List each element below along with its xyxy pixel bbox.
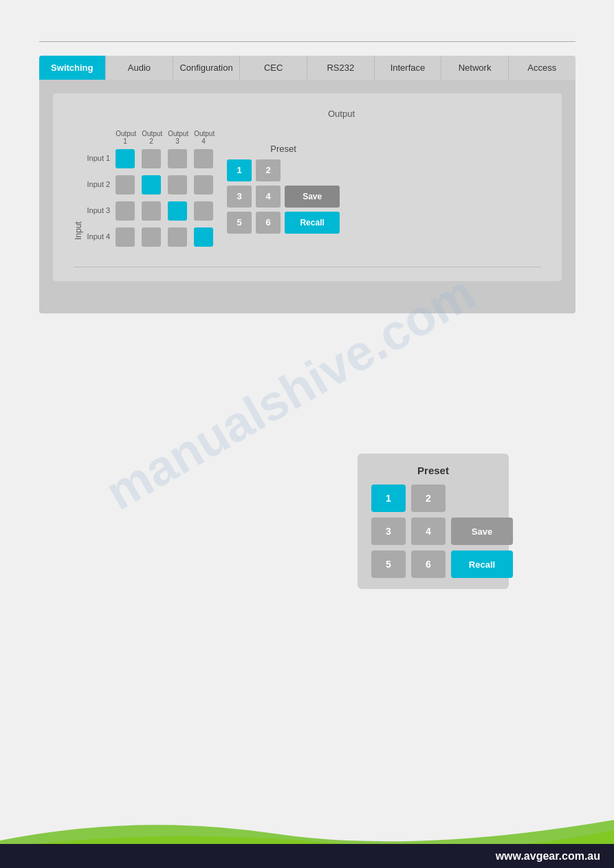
cell-2-1[interactable] xyxy=(116,175,135,194)
cell-3-3[interactable] xyxy=(168,201,187,221)
cell-2-2[interactable] xyxy=(142,175,161,194)
output-label: Output xyxy=(328,109,355,119)
matrix-row-1 xyxy=(116,149,213,168)
inner-panel: Output Input Input 1 Input 2 Input 3 Inp… xyxy=(53,93,562,281)
output-header-2: Output 2 xyxy=(142,130,161,145)
preset-section: Preset 1 2 3 4 Save 5 6 Recall xyxy=(227,144,340,234)
preset-save-button[interactable]: Save xyxy=(285,186,340,208)
output-header-4: Output 4 xyxy=(194,130,213,145)
output-headers: Output 1 Output 2 Output 3 Output 4 xyxy=(116,130,213,145)
cell-2-3[interactable] xyxy=(168,175,187,194)
cell-1-3[interactable] xyxy=(168,149,187,168)
tab-cec[interactable]: CEC xyxy=(240,56,307,80)
preset-btn-6[interactable]: 6 xyxy=(256,212,281,234)
matrix-outer: Input Input 1 Input 2 Input 3 Input 4 Ou… xyxy=(74,124,541,253)
input-row-label-3: Input 3 xyxy=(87,201,111,220)
cell-1-4[interactable] xyxy=(194,149,213,168)
output-section: Output 1 Output 2 Output 3 Output 4 xyxy=(116,130,213,247)
bottom-bar: www.avgear.com.au xyxy=(0,844,614,868)
preset-empty-r1 xyxy=(285,159,340,181)
tab-switching[interactable]: Switching xyxy=(39,56,107,80)
input-row-label-2: Input 2 xyxy=(87,175,111,194)
tab-access[interactable]: Access xyxy=(509,56,575,80)
sp-btn-6[interactable]: 6 xyxy=(411,550,446,578)
sp-btn-3[interactable]: 3 xyxy=(371,518,406,545)
input-labels: Input 1 Input 2 Input 3 Input 4 xyxy=(87,148,111,253)
sp-btn-4[interactable]: 4 xyxy=(411,518,446,545)
standalone-preset-title: Preset xyxy=(371,465,495,476)
sp-recall-button[interactable]: Recall xyxy=(451,550,513,578)
input-side-label: Input xyxy=(74,171,83,240)
cell-4-1[interactable] xyxy=(116,227,135,247)
preset-label: Preset xyxy=(227,144,340,154)
preset-grid: 1 2 3 4 Save 5 6 Recall xyxy=(227,159,340,234)
preset-recall-button[interactable]: Recall xyxy=(285,212,340,234)
cell-3-1[interactable] xyxy=(116,201,135,221)
cell-4-4[interactable] xyxy=(194,227,213,247)
main-content: Switching Audio Configuration CEC RS232 … xyxy=(39,56,575,313)
preset-btn-4[interactable]: 4 xyxy=(256,186,281,208)
preset-btn-1[interactable]: 1 xyxy=(227,159,252,181)
website-label: www.avgear.com.au xyxy=(496,850,600,863)
preset-btn-2[interactable]: 2 xyxy=(256,159,281,181)
cell-3-4[interactable] xyxy=(194,201,213,221)
cell-4-2[interactable] xyxy=(142,227,161,247)
cell-1-1[interactable] xyxy=(116,149,135,168)
matrix-row-2 xyxy=(116,175,213,194)
sp-btn-5[interactable]: 5 xyxy=(371,550,406,578)
bottom-decoration: www.avgear.com.au xyxy=(0,786,614,868)
standalone-preset-grid: 1 2 3 4 Save 5 6 Recall xyxy=(371,485,495,578)
preset-btn-5[interactable]: 5 xyxy=(227,212,252,234)
sp-btn-1[interactable]: 1 xyxy=(371,485,406,512)
sp-btn-2[interactable]: 2 xyxy=(411,485,446,512)
tab-rs232[interactable]: RS232 xyxy=(307,56,375,80)
top-divider xyxy=(39,41,575,42)
input-row-label-1: Input 1 xyxy=(87,148,111,168)
output-header-3: Output 3 xyxy=(168,130,187,145)
switching-matrix xyxy=(116,149,213,247)
tab-navigation: Switching Audio Configuration CEC RS232 … xyxy=(39,56,575,80)
tab-interface[interactable]: Interface xyxy=(375,56,442,80)
switching-panel: Output Input Input 1 Input 2 Input 3 Inp… xyxy=(39,80,575,313)
input-row-label-4: Input 4 xyxy=(87,227,111,246)
tab-audio[interactable]: Audio xyxy=(106,56,173,80)
cell-3-2[interactable] xyxy=(142,201,161,221)
matrix-row-3 xyxy=(116,201,213,221)
preset-btn-3[interactable]: 3 xyxy=(227,186,252,208)
output-header-1: Output 1 xyxy=(116,130,135,145)
matrix-row-4 xyxy=(116,227,213,247)
standalone-preset-panel: Preset 1 2 3 4 Save 5 6 Recall xyxy=(358,454,509,589)
tab-configuration[interactable]: Configuration xyxy=(173,56,241,80)
cell-4-3[interactable] xyxy=(168,227,187,247)
sp-empty-r1c3 xyxy=(451,485,513,512)
cell-2-4[interactable] xyxy=(194,175,213,194)
cell-1-2[interactable] xyxy=(142,149,161,168)
sp-save-button[interactable]: Save xyxy=(451,518,513,545)
tab-network[interactable]: Network xyxy=(441,56,509,80)
panel-divider xyxy=(74,267,541,267)
